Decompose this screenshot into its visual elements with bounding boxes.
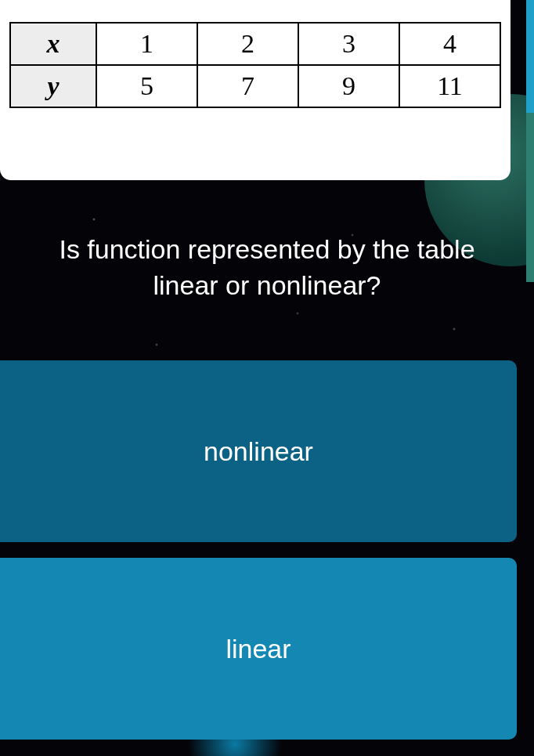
question-line-2: linear or nonlinear? bbox=[153, 270, 381, 300]
table-cell: 9 bbox=[298, 65, 399, 107]
row-header-x: x bbox=[10, 23, 96, 65]
table-row: y 5 7 9 11 bbox=[10, 65, 500, 107]
answer-group: nonlinear linear bbox=[0, 360, 517, 740]
table-row: x 1 2 3 4 bbox=[10, 23, 500, 65]
data-table-card: x 1 2 3 4 y 5 7 9 11 bbox=[0, 0, 511, 180]
answer-label: linear bbox=[226, 634, 290, 664]
table-cell: 5 bbox=[96, 65, 197, 107]
xy-table: x 1 2 3 4 y 5 7 9 11 bbox=[9, 22, 501, 108]
side-accent-bar bbox=[526, 0, 534, 282]
answer-option-nonlinear[interactable]: nonlinear bbox=[0, 360, 517, 542]
answer-option-linear[interactable]: linear bbox=[0, 558, 517, 740]
table-cell: 4 bbox=[399, 23, 500, 65]
question-text: Is function represented by the table lin… bbox=[0, 232, 534, 304]
table-cell: 3 bbox=[298, 23, 399, 65]
table-cell: 2 bbox=[197, 23, 298, 65]
answer-label: nonlinear bbox=[204, 436, 313, 467]
row-header-y: y bbox=[10, 65, 96, 107]
table-cell: 7 bbox=[197, 65, 298, 107]
question-line-1: Is function represented by the table bbox=[59, 234, 474, 264]
table-cell: 1 bbox=[96, 23, 197, 65]
table-cell: 11 bbox=[399, 65, 500, 107]
